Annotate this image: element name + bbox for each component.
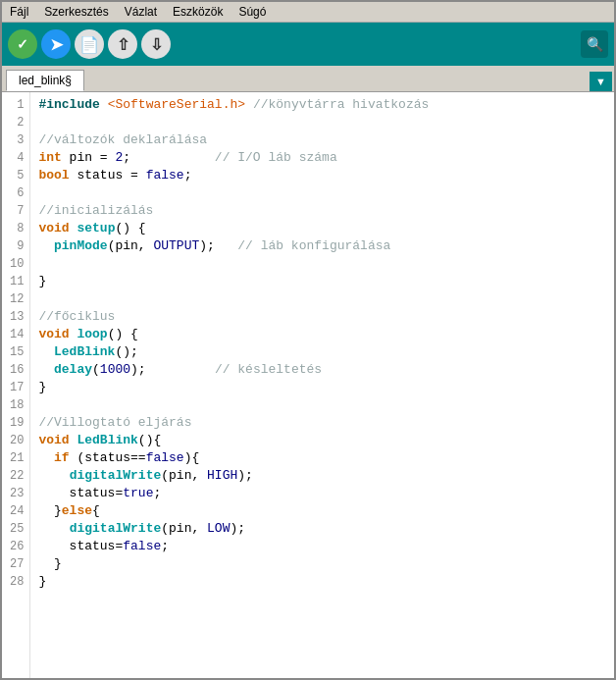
code-line: void LedBlink(){ xyxy=(38,432,606,449)
code-line xyxy=(38,255,606,273)
code-line: } xyxy=(38,273,606,290)
line-number: 10 xyxy=(10,255,24,273)
code-line xyxy=(38,184,606,202)
line-number: 16 xyxy=(10,361,24,379)
menubar: Fájl Szerkesztés Vázlat Eszközök Súgó xyxy=(2,2,614,23)
code-line xyxy=(38,290,606,308)
menu-sketch[interactable]: Vázlat xyxy=(121,4,161,20)
line-number: 4 xyxy=(10,149,24,167)
code-line: //változók deklarálása xyxy=(38,131,606,149)
menu-file[interactable]: Fájl xyxy=(6,4,32,20)
line-number: 3 xyxy=(10,131,24,149)
code-line: #include <SoftwareSerial.h> //könyvtárra… xyxy=(38,96,606,114)
line-number: 24 xyxy=(10,502,24,520)
code-line xyxy=(38,114,606,131)
tab-dropdown-button[interactable]: ▼ xyxy=(590,72,612,91)
code-line: void loop() { xyxy=(38,326,606,343)
code-line: pinMode(pin, OUTPUT); // láb konfigurálá… xyxy=(38,237,606,255)
code-line: status=true; xyxy=(38,485,606,502)
save-button[interactable]: ⇩ xyxy=(141,29,171,59)
line-numbers: 1234567891011121314151617181920212223242… xyxy=(2,92,30,678)
code-line: //főciklus xyxy=(38,308,606,326)
line-number: 20 xyxy=(10,432,24,449)
code-line: }else{ xyxy=(38,502,606,520)
tab-led-blink[interactable]: led_blink§ xyxy=(6,70,84,91)
code-line: } xyxy=(38,573,606,591)
editor-container: 1234567891011121314151617181920212223242… xyxy=(2,92,614,678)
line-number: 23 xyxy=(10,485,24,502)
app-window: Fájl Szerkesztés Vázlat Eszközök Súgó ✓ … xyxy=(0,0,616,680)
menu-edit[interactable]: Szerkesztés xyxy=(40,4,112,20)
line-number: 27 xyxy=(10,555,24,573)
code-line: digitalWrite(pin, HIGH); xyxy=(38,467,606,485)
code-line xyxy=(38,396,606,414)
code-editor[interactable]: #include <SoftwareSerial.h> //könyvtárra… xyxy=(30,92,614,678)
code-line: bool status = false; xyxy=(38,167,606,184)
code-line: if (status==false){ xyxy=(38,449,606,467)
code-line: //inicializálás xyxy=(38,202,606,220)
code-line: //Villogtató eljárás xyxy=(38,414,606,432)
open-button[interactable]: ⇧ xyxy=(108,29,137,59)
search-icon[interactable]: 🔍 xyxy=(581,30,608,58)
line-number: 25 xyxy=(10,520,24,538)
line-number: 14 xyxy=(10,326,24,343)
verify-button[interactable]: ✓ xyxy=(8,29,37,59)
line-number: 18 xyxy=(10,396,24,414)
line-number: 28 xyxy=(10,573,24,591)
tab-label: led_blink§ xyxy=(19,74,72,87)
line-number: 21 xyxy=(10,449,24,467)
line-number: 5 xyxy=(10,167,24,184)
line-number: 22 xyxy=(10,467,24,485)
upload-button[interactable]: ➤ xyxy=(41,29,71,59)
line-number: 1 xyxy=(10,96,24,114)
line-number: 15 xyxy=(10,343,24,361)
line-number: 13 xyxy=(10,308,24,326)
line-number: 26 xyxy=(10,538,24,555)
line-number: 19 xyxy=(10,414,24,432)
line-number: 7 xyxy=(10,202,24,220)
code-line: digitalWrite(pin, LOW); xyxy=(38,520,606,538)
code-line: LedBlink(); xyxy=(38,343,606,361)
line-number: 17 xyxy=(10,379,24,396)
code-line: status=false; xyxy=(38,538,606,555)
code-line: } xyxy=(38,555,606,573)
tabbar: led_blink§ ▼ xyxy=(2,66,614,92)
menu-tools[interactable]: Eszközök xyxy=(169,4,227,20)
toolbar: ✓ ➤ 📄 ⇧ ⇩ 🔍 xyxy=(2,23,614,66)
code-line: void setup() { xyxy=(38,220,606,237)
line-number: 11 xyxy=(10,273,24,290)
code-line: int pin = 2; // I/O láb száma xyxy=(38,149,606,167)
line-number: 2 xyxy=(10,114,24,131)
menu-help[interactable]: Súgó xyxy=(234,4,270,20)
code-line: delay(1000); // késleltetés xyxy=(38,361,606,379)
line-number: 8 xyxy=(10,220,24,237)
line-number: 9 xyxy=(10,237,24,255)
code-line: } xyxy=(38,379,606,396)
line-number: 6 xyxy=(10,184,24,202)
line-number: 12 xyxy=(10,290,24,308)
new-button[interactable]: 📄 xyxy=(75,29,104,59)
